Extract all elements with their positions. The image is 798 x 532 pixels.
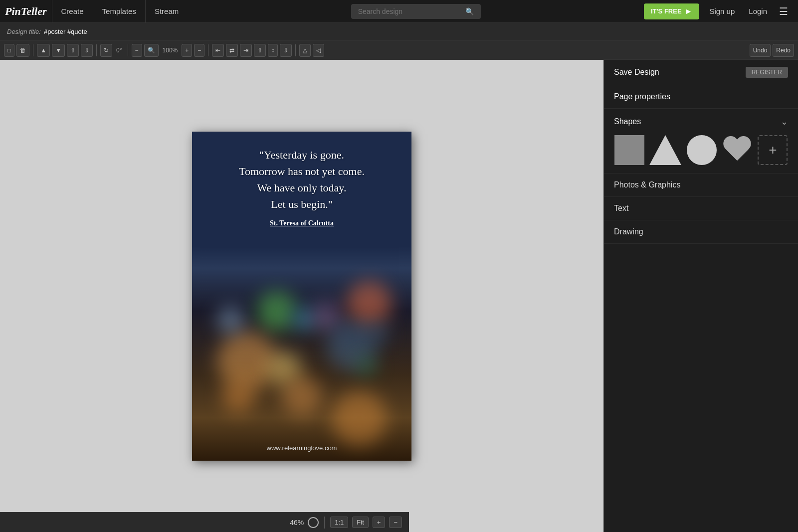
shape-heart-item[interactable] (722, 134, 753, 166)
bokeh-brown-1 (222, 381, 254, 413)
toolbar-separator-4 (208, 44, 208, 56)
design-title-label: Design title: (7, 28, 41, 35)
drawing-item[interactable]: Drawing (604, 220, 798, 244)
zoom-out-button[interactable]: − (389, 517, 402, 528)
login-button[interactable]: Login (742, 7, 774, 15)
bokeh-amber-1 (282, 376, 322, 416)
search-icon: 🔍 (465, 7, 474, 15)
undo-button[interactable]: Undo (750, 44, 771, 57)
rotate-label: 0° (114, 47, 124, 54)
zoom-fit-button[interactable]: Fit (352, 517, 368, 528)
shapes-chevron-icon[interactable]: ⌄ (781, 116, 788, 127)
save-design-row: Save Design REGISTER (604, 60, 798, 85)
logo[interactable]: PinTeller (5, 5, 47, 18)
bokeh-green-2 (357, 356, 377, 376)
zoom-icon-button[interactable]: 🔍 (144, 44, 159, 57)
photos-graphics-item[interactable]: Photos & Graphics (604, 174, 798, 197)
shapes-row: + (614, 134, 788, 166)
align-left-button[interactable]: ⇤ (212, 44, 224, 57)
nav-item-stream[interactable]: Stream (145, 0, 188, 23)
search-box: 🔍 (351, 4, 481, 19)
its-free-label: IT'S FREE (651, 7, 682, 15)
flip-horizontal-button[interactable]: ◁ (313, 44, 324, 57)
poster-text-area: "Yesterday is gone. Tomorrow has not yet… (202, 147, 401, 227)
text-item[interactable]: Text (604, 197, 798, 220)
square-shape (614, 135, 644, 165)
zoom-increase-button[interactable]: + (182, 44, 192, 57)
toolbar: □ 🗑 ▲ ▼ ⇧ ⇩ ↻ 0° − 🔍 100% + − ⇤ ⇄ ⇥ ⇧ ↕ … (0, 41, 798, 60)
zoom-minus-button[interactable]: − (194, 44, 204, 57)
shapes-header: Shapes ⌄ (614, 116, 788, 127)
align-center-button[interactable]: ⇄ (226, 44, 238, 57)
send-back-button[interactable]: ⇩ (81, 44, 93, 57)
shape-triangle-item[interactable] (649, 134, 681, 166)
design-title-value[interactable]: #poster #quote (44, 28, 87, 35)
shape-circle-item[interactable] (686, 134, 717, 166)
bring-front-button[interactable]: ⇧ (67, 44, 79, 57)
bokeh-green-1 (257, 291, 297, 331)
zoom-bar: 46% 1:1 Fit + − (0, 512, 409, 532)
shapes-title: Shapes (614, 117, 641, 126)
bokeh-orange-1 (217, 331, 277, 391)
panel-top: Save Design REGISTER Page properties (604, 60, 798, 109)
its-free-button[interactable]: IT'S FREE ► (644, 3, 699, 19)
flip-vertical-button[interactable]: △ (299, 44, 311, 57)
layer-up-button[interactable]: ▲ (37, 44, 50, 57)
bokeh-red-1 (347, 281, 392, 326)
search-input[interactable] (358, 7, 461, 15)
align-bottom-button[interactable]: ⇩ (280, 44, 292, 57)
shape-add-item[interactable]: + (758, 134, 788, 166)
signup-button[interactable]: Sign up (702, 7, 742, 15)
hamburger-menu-icon[interactable]: ☰ (774, 5, 793, 17)
toolbar-separator-2 (96, 44, 97, 56)
nav-item-templates[interactable]: Templates (93, 0, 145, 23)
canvas-area[interactable]: "Yesterday is gone. Tomorrow has not yet… (0, 60, 603, 532)
zoom-percent: 46% (290, 519, 304, 527)
undo-rotate-button[interactable]: ↻ (100, 44, 112, 57)
website-text[interactable]: www.relearninglove.com (192, 444, 411, 452)
arrow-icon: ► (685, 7, 693, 16)
register-button[interactable]: REGISTER (746, 67, 788, 78)
heart-shape (722, 137, 752, 164)
layer-down-button[interactable]: ▼ (52, 44, 65, 57)
poster-canvas[interactable]: "Yesterday is gone. Tomorrow has not yet… (192, 132, 411, 461)
bokeh-navy-1 (367, 321, 389, 344)
quote-text[interactable]: "Yesterday is gone. Tomorrow has not yet… (202, 147, 401, 212)
zoom-percent-label: 100% (161, 47, 180, 54)
zoom-separator (324, 517, 325, 529)
align-middle-button[interactable]: ↕ (268, 44, 278, 57)
zoom-in-button[interactable]: + (373, 517, 386, 528)
toolbar-separator-1 (33, 44, 33, 56)
add-shape-icon: + (758, 135, 788, 165)
align-right-button[interactable]: ⇥ (240, 44, 252, 57)
right-panel: Save Design REGISTER Page properties Sha… (603, 60, 798, 532)
redo-button[interactable]: Redo (773, 44, 794, 57)
align-top-button[interactable]: ⇧ (254, 44, 266, 57)
circle-shape (687, 135, 717, 165)
shape-square-item[interactable] (614, 134, 644, 166)
bokeh-orange-2 (332, 391, 387, 446)
duplicate-button[interactable]: □ (4, 44, 14, 57)
save-design-label[interactable]: Save Design (614, 68, 659, 77)
top-navigation: PinTeller Create Templates Stream 🔍 IT'S… (0, 0, 798, 23)
toolbar-separator-3 (128, 44, 128, 56)
toolbar-separator-5 (295, 44, 296, 56)
nav-item-create[interactable]: Create (52, 0, 93, 23)
author-text[interactable]: St. Teresa of Calcutta (202, 219, 401, 227)
zoom-circle-indicator (308, 517, 319, 528)
page-properties-label: Page properties (614, 92, 670, 101)
zoom-ratio-button[interactable]: 1:1 (330, 517, 348, 528)
search-area: 🔍 (188, 4, 644, 19)
title-bar: Design title: #poster #quote (0, 23, 798, 41)
bokeh-lightblue-1 (217, 306, 244, 334)
shapes-section: Shapes ⌄ + (604, 109, 798, 174)
triangle-shape (649, 135, 681, 165)
delete-button[interactable]: 🗑 (16, 44, 29, 57)
main-layout: "Yesterday is gone. Tomorrow has not yet… (0, 60, 798, 532)
page-properties-row[interactable]: Page properties (604, 85, 798, 109)
zoom-decrease-button[interactable]: − (132, 44, 142, 57)
